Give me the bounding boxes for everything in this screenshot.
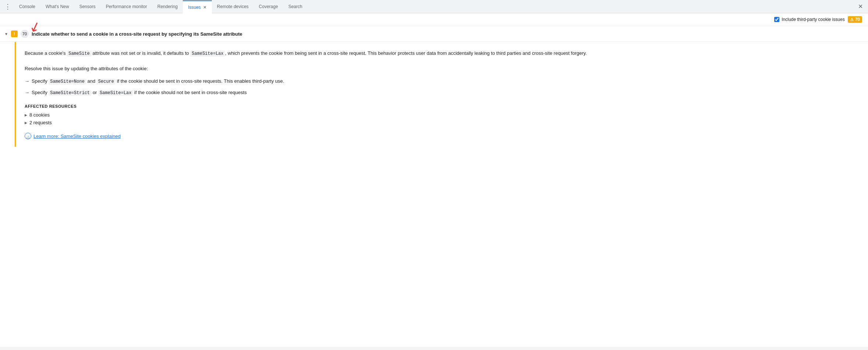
tab-coverage-label: Coverage xyxy=(259,4,278,9)
tab-issues-close[interactable]: ✕ xyxy=(203,5,207,10)
tab-performance-monitor[interactable]: Performance monitor xyxy=(101,0,152,13)
issues-container: ▼ ! 70 Indicate whether to send a cookie… xyxy=(0,26,868,347)
affected-resources-title: AFFECTED RESOURCES xyxy=(25,104,859,108)
tab-whats-new-label: What's New xyxy=(46,4,69,9)
resource-triangle-icon-1: ▶ xyxy=(25,113,27,117)
tab-whats-new[interactable]: What's New xyxy=(40,0,74,13)
chevron-down-icon: ▼ xyxy=(4,32,8,36)
tab-remote-devices-label: Remote devices xyxy=(217,4,249,9)
more-tabs-button[interactable]: ⋮ xyxy=(1,3,14,11)
bullet-item-1: → Specify SameSite=None and Secure if th… xyxy=(25,77,859,85)
third-party-cookie-checkbox[interactable] xyxy=(774,17,779,22)
tab-performance-monitor-label: Performance monitor xyxy=(106,4,147,9)
code-samesite-none: SameSite=None xyxy=(49,79,86,85)
bullet-arrow-1: → xyxy=(25,77,29,85)
tab-sensors-label: Sensors xyxy=(79,4,96,9)
resource-label-requests: 2 requests xyxy=(29,120,52,125)
code-samesite-strict: SameSite=Strict xyxy=(49,90,91,96)
issue-detail: Because a cookie's SameSite attribute wa… xyxy=(15,42,868,147)
issue-warning-icon: ! xyxy=(11,31,18,37)
close-devtools-button[interactable]: ✕ xyxy=(854,3,867,10)
resolve-paragraph: Resolve this issue by updating the attri… xyxy=(25,65,859,73)
issue-count-badge: 70 xyxy=(848,16,862,23)
tab-bar: ⋮ Console What's New Sensors Performance… xyxy=(0,0,868,13)
tab-console-label: Console xyxy=(19,4,35,9)
tab-issues-label: Issues xyxy=(188,5,201,10)
code-samesite-lax-2: SameSite=Lax xyxy=(98,90,133,96)
tab-search-label: Search xyxy=(288,4,302,9)
issues-header: Include third-party cookie issues 70 xyxy=(0,13,868,26)
tab-console[interactable]: Console xyxy=(14,0,40,13)
learn-more-text: Learn more: SameSite cookies explained xyxy=(33,133,121,139)
learn-more-icon: → xyxy=(25,133,31,139)
learn-more-link[interactable]: → Learn more: SameSite cookies explained xyxy=(25,133,859,139)
checkbox-label-text: Include third-party cookie issues xyxy=(782,17,844,22)
issue-count: 70 xyxy=(21,30,29,38)
issue-title: Indicate whether to send a cookie in a c… xyxy=(32,31,242,37)
third-party-cookie-checkbox-label[interactable]: Include third-party cookie issues xyxy=(774,17,844,22)
bullet-text-1: Specify SameSite=None and Secure if the … xyxy=(32,77,284,85)
devtools-panel: ⋮ Console What's New Sensors Performance… xyxy=(0,0,868,347)
tab-search[interactable]: Search xyxy=(283,0,307,13)
badge-count: 70 xyxy=(855,17,860,22)
resource-item-requests[interactable]: ▶ 2 requests xyxy=(25,120,859,125)
tab-remote-devices[interactable]: Remote devices xyxy=(212,0,254,13)
issue-row[interactable]: ▼ ! 70 Indicate whether to send a cookie… xyxy=(0,26,868,42)
resource-label-cookies: 8 cookies xyxy=(29,112,50,118)
bullet-item-2: → Specify SameSite=Strict or SameSite=La… xyxy=(25,89,859,97)
resource-item-cookies[interactable]: ▶ 8 cookies xyxy=(25,112,859,118)
detail-paragraph-1: Because a cookie's SameSite attribute wa… xyxy=(25,49,859,57)
code-samesite-lax: SameSite=Lax xyxy=(190,51,225,57)
tab-coverage[interactable]: Coverage xyxy=(254,0,283,13)
tab-sensors[interactable]: Sensors xyxy=(74,0,101,13)
code-secure: Secure xyxy=(97,79,115,85)
tab-rendering[interactable]: Rendering xyxy=(152,0,183,13)
code-samesite-attr: SameSite xyxy=(67,51,91,57)
resource-triangle-icon-2: ▶ xyxy=(25,121,27,125)
tab-issues[interactable]: Issues ✕ xyxy=(183,0,212,14)
bullet-text-2: Specify SameSite=Strict or SameSite=Lax … xyxy=(32,89,247,97)
bullet-arrow-2: → xyxy=(25,89,29,97)
tab-rendering-label: Rendering xyxy=(157,4,178,9)
issue-icon-symbol: ! xyxy=(14,32,15,36)
